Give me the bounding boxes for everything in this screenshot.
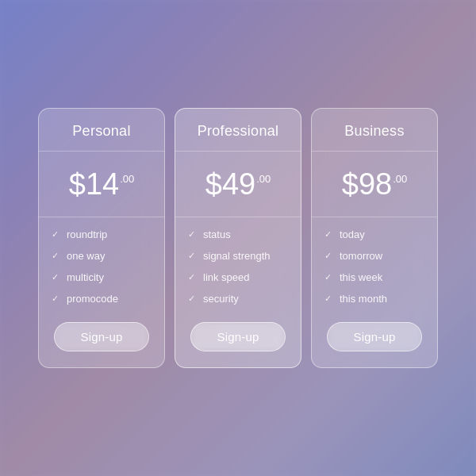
checkmark-icon: ✓ [324,251,332,261]
professional-signup-button[interactable]: Sign-up [190,322,285,351]
personal-title: Personal [39,109,164,152]
list-item: ✓this month [324,293,424,305]
list-item: ✓promocode [52,293,152,305]
business-signup-button[interactable]: Sign-up [327,322,421,351]
checkmark-icon: ✓ [188,251,195,261]
checkmark-icon: ✓ [188,294,195,304]
feature-label: today [340,228,365,240]
business-features: ✓today✓tomorrow✓this week✓this month [312,217,437,316]
business-price: $98.00 [312,152,437,217]
list-item: ✓status [188,228,288,240]
checkmark-icon: ✓ [52,272,59,282]
checkmark-icon: ✓ [324,229,332,240]
list-item: ✓today [324,228,424,240]
professional-price-cents: .00 [256,173,271,185]
list-item: ✓multicity [52,271,152,283]
personal-price-cents: .00 [120,173,134,185]
professional-price-dollar: $49 [205,169,255,199]
checkmark-icon: ✓ [324,294,332,304]
checkmark-icon: ✓ [324,272,332,282]
feature-label: link speed [203,271,250,283]
feature-label: signal strength [203,250,271,262]
list-item: ✓one way [52,250,152,262]
feature-label: multicity [67,271,104,283]
list-item: ✓tomorrow [324,250,424,262]
checkmark-icon: ✓ [52,229,59,240]
personal-signup-button[interactable]: Sign-up [54,322,148,351]
business-price-cents: .00 [393,173,407,185]
business-title: Business [312,109,437,152]
professional-features: ✓status✓signal strength✓link speed✓secur… [175,217,301,316]
feature-label: this week [340,271,382,283]
card-personal: Personal$14.00✓roundtrip✓one way✓multici… [38,108,165,368]
list-item: ✓link speed [188,271,288,283]
list-item: ✓roundtrip [52,228,152,240]
feature-label: one way [67,250,105,262]
professional-price: $49.00 [175,152,301,217]
list-item: ✓signal strength [188,250,288,262]
checkmark-icon: ✓ [188,229,195,240]
checkmark-icon: ✓ [188,272,195,282]
card-professional: Professional$49.00✓status✓signal strengt… [175,108,301,368]
feature-label: roundtrip [67,228,107,240]
feature-label: this month [340,293,387,305]
list-item: ✓this week [324,271,424,283]
card-business: Business$98.00✓today✓tomorrow✓this week✓… [311,108,438,368]
pricing-container: Personal$14.00✓roundtrip✓one way✓multici… [22,92,454,384]
feature-label: status [203,228,231,240]
feature-label: promocode [67,293,118,305]
personal-price: $14.00 [39,152,164,217]
business-price-dollar: $98 [342,169,392,199]
professional-title: Professional [175,109,301,152]
list-item: ✓security [188,293,288,305]
feature-label: tomorrow [340,250,382,262]
personal-features: ✓roundtrip✓one way✓multicity✓promocode [39,217,164,316]
checkmark-icon: ✓ [52,251,59,261]
checkmark-icon: ✓ [52,294,59,304]
feature-label: security [203,293,239,305]
personal-price-dollar: $14 [69,169,119,199]
